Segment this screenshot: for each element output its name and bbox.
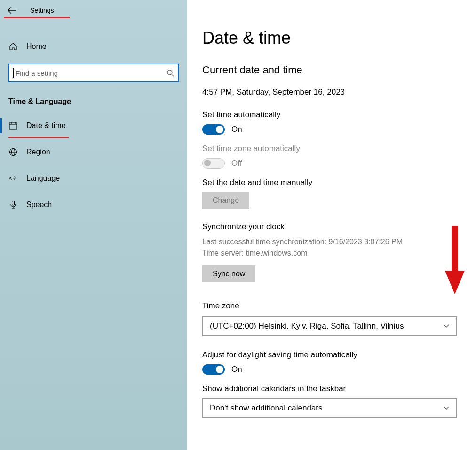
search-icon [167, 69, 174, 77]
sidebar-item-region[interactable]: Region [0, 141, 187, 163]
timezone-value: (UTC+02:00) Helsinki, Kyiv, Riga, Sofia,… [210, 321, 404, 331]
sidebar-item-label: Region [26, 148, 50, 156]
calendar-icon [8, 121, 18, 130]
sidebar-item-date-time[interactable]: Date & time [0, 114, 187, 137]
change-button: Change [202, 192, 249, 209]
annotation-underline [8, 137, 69, 138]
additional-calendars-label: Show additional calendars in the taskbar [202, 384, 457, 394]
text-cursor [13, 68, 14, 78]
sync-now-button[interactable]: Sync now [202, 265, 255, 282]
sync-heading: Synchronize your clock [202, 222, 457, 232]
back-icon[interactable] [8, 7, 17, 14]
sidebar-header: Settings [0, 4, 187, 16]
svg-text:A: A [8, 176, 12, 181]
language-icon: A字 [8, 174, 18, 183]
sync-last: Last successful time synchronization: 9/… [202, 236, 457, 248]
svg-rect-11 [12, 201, 15, 205]
additional-calendars-value: Don't show additional calendars [210, 403, 323, 413]
svg-rect-14 [452, 226, 458, 273]
sidebar-item-language[interactable]: A字 Language [0, 167, 187, 190]
sidebar-title: Settings [30, 7, 54, 14]
sync-server: Time server: time.windows.com [202, 248, 457, 259]
main-content: Date & time Current date and time 4:57 P… [187, 0, 476, 450]
sidebar-item-speech[interactable]: Speech [0, 193, 187, 216]
auto-tz-label: Set time zone automatically [202, 144, 457, 153]
svg-point-0 [167, 70, 172, 75]
globe-icon [8, 147, 18, 157]
additional-calendars-dropdown[interactable]: Don't show additional calendars [202, 398, 457, 418]
annotation-arrow-icon [443, 226, 467, 297]
sidebar: Settings Home Find a setting Time & Lang… [0, 0, 187, 450]
timezone-dropdown[interactable]: (UTC+02:00) Helsinki, Kyiv, Riga, Sofia,… [202, 316, 457, 336]
sidebar-item-label: Language [26, 174, 60, 183]
chevron-down-icon [443, 406, 450, 410]
search-input[interactable]: Find a setting [8, 64, 179, 82]
auto-time-toggle[interactable] [202, 124, 225, 135]
sidebar-home[interactable]: Home [0, 36, 187, 57]
dst-state: On [231, 365, 242, 374]
search-placeholder: Find a setting [16, 69, 167, 77]
dst-label: Adjust for daylight saving time automati… [202, 350, 457, 360]
home-icon [8, 42, 18, 51]
dst-toggle[interactable] [202, 364, 225, 375]
mic-icon [8, 200, 18, 209]
auto-tz-toggle [202, 158, 225, 169]
sidebar-item-label: Date & time [26, 121, 66, 130]
annotation-underline [4, 17, 70, 18]
search-wrap: Find a setting [8, 64, 179, 82]
svg-text:字: 字 [13, 176, 16, 180]
sidebar-home-label: Home [26, 42, 47, 51]
sidebar-category: Time & Language [0, 82, 187, 111]
current-datetime-value: 4:57 PM, Saturday, September 16, 2023 [202, 88, 457, 97]
timezone-label: Time zone [202, 301, 457, 311]
svg-line-1 [172, 74, 174, 76]
svg-marker-15 [445, 271, 465, 294]
page-title: Date & time [202, 28, 457, 48]
auto-tz-state: Off [231, 159, 242, 168]
svg-rect-2 [9, 123, 17, 129]
manual-set-label: Set the date and time manually [202, 178, 457, 187]
auto-time-label: Set time automatically [202, 110, 457, 120]
section-current-heading: Current date and time [202, 64, 457, 76]
sync-info: Last successful time synchronization: 9/… [202, 236, 457, 259]
chevron-down-icon [443, 324, 450, 329]
sidebar-item-label: Speech [26, 201, 52, 209]
auto-time-state: On [231, 125, 242, 134]
